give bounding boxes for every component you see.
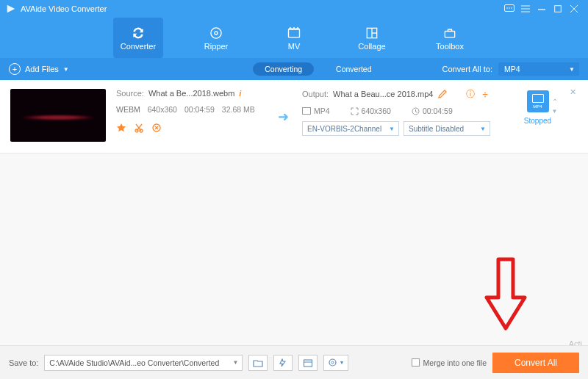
titlebar: AVAide Video Converter bbox=[0, 0, 588, 18]
audio-value: EN-VORBIS-2Channel bbox=[307, 125, 381, 133]
info-icon[interactable]: i bbox=[239, 89, 241, 98]
source-size: 32.68 MB bbox=[222, 105, 255, 114]
svg-rect-18 bbox=[445, 31, 454, 37]
svg-point-13 bbox=[215, 31, 218, 34]
hw-accel-button[interactable] bbox=[273, 355, 293, 371]
svg-point-28 bbox=[329, 359, 336, 366]
out-format: MP4 bbox=[314, 107, 330, 115]
source-dur: 00:04:59 bbox=[184, 105, 215, 114]
add-files-label: Add Files bbox=[25, 65, 59, 73]
bottombar: Save to: C:\AVAide Studio\AVAid...eo Con… bbox=[0, 345, 588, 379]
compress-icon[interactable]: ÷ bbox=[480, 89, 490, 99]
tab-ripper-label: Ripper bbox=[204, 42, 228, 51]
mv-icon bbox=[287, 26, 301, 40]
svg-point-12 bbox=[211, 27, 221, 37]
clock-icon bbox=[412, 107, 420, 115]
convert-all-label: Convert All bbox=[514, 358, 557, 368]
svg-point-29 bbox=[331, 361, 334, 364]
checkbox-icon bbox=[412, 358, 420, 367]
subtitle-value: Subtitle Disabled bbox=[409, 125, 464, 133]
tab-mv-label: MV bbox=[288, 42, 301, 51]
svg-rect-26 bbox=[304, 360, 312, 367]
convert-all-button[interactable]: Convert All bbox=[492, 353, 579, 373]
close-button[interactable] bbox=[566, 3, 582, 15]
chevron-down-icon: ▼ bbox=[63, 66, 69, 73]
convert-all-to-label: Convert All to: bbox=[442, 65, 492, 73]
toolbox-icon bbox=[442, 26, 457, 40]
convert-all-to-value: MP4 bbox=[504, 65, 520, 73]
tab-collage-label: Collage bbox=[358, 42, 385, 51]
task-schedule-button[interactable] bbox=[298, 355, 318, 371]
source-format: WEBM bbox=[116, 105, 140, 114]
tab-converted[interactable]: Converted bbox=[324, 62, 383, 76]
video-thumbnail[interactable] bbox=[10, 89, 106, 142]
arrow-right-icon: ➜ bbox=[275, 109, 292, 125]
app-title: AVAide Video Converter bbox=[21, 4, 107, 13]
resolution-icon bbox=[351, 107, 359, 115]
status-tabs: Converting Converted bbox=[253, 62, 383, 76]
settings-button[interactable]: ▼ bbox=[323, 355, 348, 371]
open-folder-button[interactable] bbox=[248, 355, 268, 371]
output-format-tile[interactable]: MP4 bbox=[527, 90, 549, 112]
tab-converting[interactable]: Converting bbox=[253, 62, 314, 76]
out-res: 640x360 bbox=[362, 107, 391, 115]
svg-point-3 bbox=[509, 7, 510, 9]
tab-toolbox[interactable]: Toolbox bbox=[425, 18, 475, 58]
remove-row-button[interactable]: ✕ bbox=[570, 87, 576, 97]
chevron-down-icon: ▼ bbox=[232, 359, 238, 366]
merge-checkbox[interactable]: Merge into one file bbox=[412, 358, 487, 367]
source-meta: WEBM 640x360 00:04:59 32.68 MB bbox=[116, 105, 268, 114]
tile-expand-icon[interactable]: ⌃ bbox=[552, 98, 558, 106]
save-to-path: C:\AVAide Studio\AVAid...eo Converter\Co… bbox=[49, 358, 219, 367]
video-icon bbox=[302, 107, 311, 115]
chevron-down-icon: ▼ bbox=[480, 126, 486, 132]
output-filename: What a Beau...ce 2018.mp4 bbox=[333, 90, 433, 98]
save-to-label: Save to: bbox=[9, 358, 38, 367]
cut-icon[interactable] bbox=[134, 123, 144, 133]
add-files-button[interactable]: + Add Files ▼ bbox=[9, 63, 69, 75]
ripper-icon bbox=[209, 26, 223, 40]
main-tabs: Converter Ripper MV Collage Toolbox bbox=[0, 18, 588, 58]
maximize-button[interactable] bbox=[550, 3, 566, 15]
chevron-down-icon[interactable]: ▼ bbox=[552, 108, 558, 115]
file-row: Source: What a Be...2018.webm i WEBM 640… bbox=[0, 80, 588, 154]
tab-converter[interactable]: Converter bbox=[113, 18, 163, 58]
annotation-arrow-icon bbox=[484, 257, 528, 331]
svg-point-4 bbox=[511, 7, 512, 9]
source-label: Source: bbox=[116, 89, 144, 98]
save-to-path-select[interactable]: C:\AVAide Studio\AVAid...eo Converter\Co… bbox=[44, 355, 243, 371]
convert-all-to-select[interactable]: MP4 ▼ bbox=[498, 62, 579, 76]
converter-icon bbox=[131, 26, 146, 40]
tab-mv[interactable]: MV bbox=[269, 18, 319, 58]
svg-rect-14 bbox=[289, 29, 300, 37]
svg-rect-9 bbox=[555, 6, 562, 12]
source-res: 640x360 bbox=[148, 105, 177, 114]
tab-ripper[interactable]: Ripper bbox=[191, 18, 241, 58]
warning-icon[interactable]: ⓘ bbox=[465, 89, 476, 99]
chevron-down-icon: ▼ bbox=[389, 126, 395, 132]
subtitle-select[interactable]: Subtitle Disabled▼ bbox=[404, 121, 490, 136]
output-block: Output: What a Beau...ce 2018.mp4 ⓘ ÷ MP… bbox=[292, 84, 498, 148]
out-dur: 00:04:59 bbox=[423, 107, 453, 115]
collage-icon bbox=[365, 26, 379, 40]
plus-icon: + bbox=[9, 63, 21, 75]
merge-label: Merge into one file bbox=[423, 358, 487, 367]
menu-icon[interactable] bbox=[517, 3, 534, 15]
row-right: MP4 ⌃ ▼ Stopped ✕ bbox=[498, 84, 578, 148]
edit-icon[interactable] bbox=[151, 123, 162, 133]
tab-converter-label: Converter bbox=[121, 42, 156, 51]
pin-icon[interactable] bbox=[116, 123, 126, 133]
chevron-down-icon: ▼ bbox=[569, 66, 575, 73]
svg-point-2 bbox=[506, 7, 508, 9]
tab-collage[interactable]: Collage bbox=[347, 18, 397, 58]
minimize-button[interactable] bbox=[534, 3, 550, 15]
feedback-icon[interactable] bbox=[501, 3, 517, 15]
rename-icon[interactable] bbox=[437, 89, 448, 99]
tab-toolbox-label: Toolbox bbox=[436, 42, 464, 51]
row-status: Stopped bbox=[524, 117, 551, 125]
source-block: Source: What a Be...2018.webm i WEBM 640… bbox=[106, 84, 275, 148]
app-logo-icon bbox=[6, 4, 16, 14]
convert-all-to: Convert All to: MP4 ▼ bbox=[442, 62, 579, 76]
svg-marker-0 bbox=[7, 5, 15, 13]
audio-select[interactable]: EN-VORBIS-2Channel▼ bbox=[302, 121, 399, 136]
